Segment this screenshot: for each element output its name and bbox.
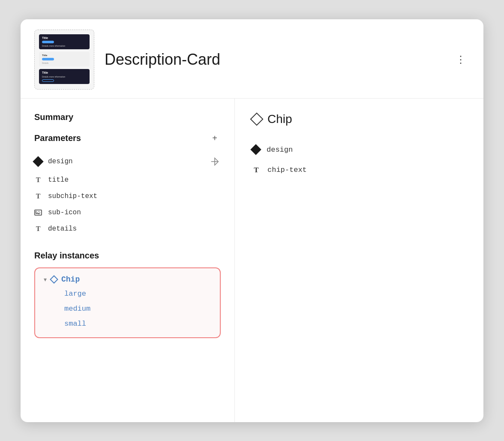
diamond-filled-icon [33, 156, 43, 167]
param-arrow-design[interactable] [209, 156, 221, 168]
relay-sub-item-large[interactable]: large [64, 287, 211, 300]
param-design[interactable]: design [34, 151, 221, 172]
summary-heading: Summary [34, 112, 221, 122]
text-icon: T [34, 176, 42, 184]
param-label-sub-icon: sub-icon [48, 209, 221, 216]
parameters-list: design T title T [34, 151, 221, 237]
param-title[interactable]: T title [34, 172, 221, 188]
relay-instances-section: Relay instances ▾ Chip large medium smal… [34, 251, 221, 338]
right-diamond-filled-icon [250, 144, 261, 155]
relay-chip-header[interactable]: ▾ Chip [44, 275, 211, 284]
image-icon [34, 210, 42, 216]
param-label-title: title [48, 176, 221, 184]
relay-instances-heading: Relay instances [34, 251, 221, 261]
param-label-design: design [48, 158, 73, 165]
relay-sub-item-small[interactable]: small [64, 317, 211, 330]
right-chip-header: Chip [252, 112, 466, 126]
relay-diamond-outline-icon [50, 275, 58, 284]
add-parameter-button[interactable]: + [209, 132, 221, 144]
param-label-subchip-text: subchip-text [48, 192, 221, 200]
thumbnail-preview: Title Details more information Title Det… [34, 30, 94, 90]
param-details[interactable]: T details [34, 221, 221, 237]
page-title: Description-Card [105, 51, 442, 69]
right-param-design[interactable]: design [252, 140, 466, 160]
right-text-icon: T [252, 166, 261, 174]
header: Title Details more information Title Det… [21, 19, 483, 99]
parameters-heading: Parameters [34, 133, 81, 143]
main-content: Summary Parameters + design [21, 99, 483, 422]
right-param-chip-text[interactable]: T chip-text [252, 160, 466, 180]
right-params-list: design T chip-text [252, 140, 466, 180]
param-subchip-text[interactable]: T subchip-text [34, 188, 221, 204]
text-icon: T [34, 192, 42, 200]
right-param-label-design: design [267, 146, 293, 154]
parameters-header: Parameters + [34, 132, 221, 144]
relay-chip-box: ▾ Chip large medium small [34, 267, 221, 338]
param-label-details: details [48, 225, 221, 233]
chevron-down-icon: ▾ [44, 276, 47, 283]
right-chip-title: Chip [267, 112, 292, 126]
text-icon: T [34, 225, 42, 233]
param-sub-icon[interactable]: sub-icon [34, 204, 221, 221]
relay-sub-items-list: large medium small [44, 287, 211, 330]
relay-sub-item-medium[interactable]: medium [64, 302, 211, 315]
main-card: Title Details more information Title Det… [21, 19, 483, 422]
relay-chip-label: Chip [61, 275, 80, 284]
right-param-label-chip-text: chip-text [267, 166, 307, 174]
left-panel: Summary Parameters + design [21, 99, 235, 422]
right-diamond-outline-icon [250, 112, 263, 126]
more-options-button[interactable]: ⋮ [452, 52, 470, 67]
right-panel: Chip design T chip-text [235, 99, 483, 422]
